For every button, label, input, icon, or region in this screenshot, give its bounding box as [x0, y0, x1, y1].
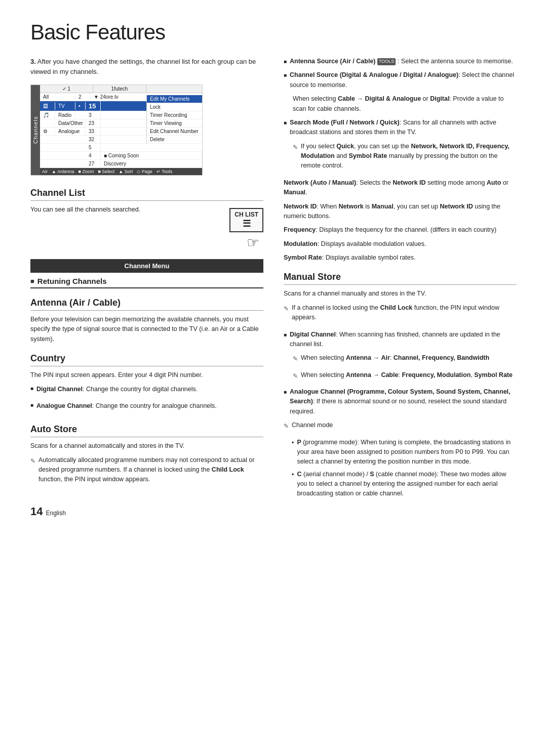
tv-cell: 🖼 [40, 102, 55, 110]
channel-list-text: You can see all the channels searched. [30, 205, 219, 215]
channel-source-bullet: Channel Source (Digital & Analogue / Dig… [284, 70, 517, 90]
tv-cell: 5 [86, 144, 101, 151]
channel-mode-label: Channel mode [292, 421, 333, 430]
pencil-icon-2: ✎ [293, 143, 298, 152]
country-bullet-2: Analogue Channel: Change the country for… [30, 401, 263, 415]
tv-screenshot: Channels ✓ 1 1futech All 2 ▼ 24ore.tv [30, 85, 203, 176]
tv-cell: Analogue [55, 128, 86, 135]
country-bullet-2-text: Analogue Channel: Change the country for… [36, 401, 217, 411]
tv-cell: 🎵 [40, 111, 55, 119]
channel-mode-sub-1-text: P (programme mode): When tuning is compl… [297, 438, 517, 467]
tv-footer-item: ■ Zoom [78, 169, 94, 174]
retuning-heading: Retuning Channels [30, 277, 263, 288]
antenna-text: Before your television can begin memoriz… [30, 315, 263, 344]
ch-list-box-container: CH LIST ☰ ☞ [229, 205, 263, 251]
digital-channel-bullet: Digital Channel: When scanning has finis… [284, 330, 517, 350]
child-lock-text: If a channel is locked using the Child L… [292, 303, 517, 323]
analogue-channel-bullet: Analogue Channel (Programme, Colour Syst… [284, 387, 517, 416]
symbol-rate-text: Symbol Rate: Displays available symbol r… [284, 253, 517, 263]
analogue-channel-text: Analogue Channel (Programme, Colour Syst… [290, 387, 517, 416]
tv-cell: TV [55, 102, 75, 110]
tv-header-name: 1futech [93, 85, 146, 93]
quick-note-pencil: ✎ If you select Quick, you can set up th… [293, 142, 517, 175]
antenna-cable-pencil: ✎ When selecting Antenna → Cable: Freque… [293, 370, 517, 384]
auto-store-pencil: ✎ Automatically allocated programme numb… [30, 455, 263, 489]
tv-menu-item: Delete [147, 136, 202, 144]
channel-mode-sub-2: C (aerial channel mode) / S (cable chann… [292, 470, 517, 499]
tv-footer-item: ▲ Sort [119, 169, 133, 174]
tv-cell: 23 [86, 119, 101, 127]
quick-note-text: If you select Quick, you can set up the … [301, 142, 517, 171]
tv-footer-item: ◇ Page [137, 169, 152, 174]
antenna-air-text: When selecting Antenna → Air: Channel, F… [301, 353, 489, 363]
tv-row-4: 4 ■ Coming Soon [40, 152, 202, 160]
channel-menu-bar: Channel Menu [30, 259, 263, 273]
tv-menu-item: Timer Viewing [147, 119, 202, 128]
tv-cell: 3 [86, 111, 101, 119]
country-bullet-1: Digital Channel: Change the country for … [30, 385, 263, 398]
tv-cell: Radio [55, 111, 75, 119]
tv-cell: Discovery [101, 160, 202, 167]
tv-cell: All [40, 93, 75, 101]
tv-row-27: 27 Discovery [40, 160, 202, 168]
tv-cell: ■ Coming Soon [101, 152, 202, 159]
tv-footer-item: ▲ Antenna [52, 169, 74, 174]
right-column: Antenna Source (Air / Cable) TOOLS : Sel… [284, 57, 517, 518]
left-column: 3. After you have changed the settings, … [30, 57, 263, 518]
tv-cell: 27 [86, 160, 101, 167]
country-heading: Country [30, 353, 263, 366]
country-bullet-1-text: Digital Channel: Change the country for … [36, 385, 198, 394]
tv-footer-item: Air [42, 169, 48, 174]
cable-note: When selecting Cable → Digital & Analogu… [293, 94, 517, 114]
tv-cell [40, 139, 86, 141]
channel-mode-sub-2-text: C (aerial channel mode) / S (cable chann… [297, 470, 517, 499]
channel-mode-sub-1: P (programme mode): When tuning is compl… [292, 438, 517, 467]
tv-cell: 32 [86, 136, 101, 143]
tv-cell: 4 [86, 152, 101, 159]
ch-list-box: CH LIST ☰ [229, 208, 263, 232]
ch-list-label: CH LIST [235, 211, 258, 218]
network-id-text: Network ID: When Network is Manual, you … [284, 202, 517, 222]
page-language: English [46, 510, 65, 517]
search-mode-bullet: Search Mode (Full / Network / Quick): Sc… [284, 118, 517, 138]
antenna-heading: Antenna (Air / Cable) [30, 298, 263, 311]
pencil-icon-5: ✎ [293, 371, 298, 381]
tv-sidebar-label: Channels [31, 85, 40, 175]
auto-store-heading: Auto Store [30, 424, 263, 437]
channel-source-text: Channel Source (Digital & Analogue / Dig… [290, 70, 517, 90]
tv-menu-item: Edit My Channels [147, 95, 202, 103]
tv-cell: Data/Other [55, 119, 86, 127]
tools-badge: TOOLS [377, 58, 396, 65]
country-text: The PIN input screen appears. Enter your… [30, 370, 263, 380]
tv-main: ✓ 1 1futech All 2 ▼ 24ore.tv Edit My Cha… [40, 85, 202, 175]
tv-cell: 2 [75, 93, 91, 101]
tv-cell: ⚙ [40, 128, 55, 135]
tv-footer: Air ▲ Antenna ■ Zoom ■ Select ▲ Sort ◇ P… [40, 168, 202, 175]
tv-header-row: ✓ 1 1futech [40, 85, 202, 93]
network-auto-text: Network (Auto / Manual): Selects the Net… [284, 178, 517, 198]
page-number-row: 14 English [30, 505, 263, 518]
antenna-source-bullet: Antenna Source (Air / Cable) TOOLS : Sel… [284, 57, 517, 66]
tv-menu-item: Lock [147, 103, 202, 111]
tv-cell [40, 163, 86, 165]
channel-list-section: Channel List You can see all the channel… [30, 188, 263, 251]
page-number: 14 [30, 505, 43, 518]
tv-cell: • [75, 102, 86, 110]
tv-header-check: ✓ 1 [40, 85, 93, 93]
tv-cell: 15 [86, 101, 101, 111]
pencil-icon-3: ✎ [284, 304, 289, 313]
tv-cell [40, 122, 55, 124]
country-digital-label: Digital Channel [36, 386, 83, 393]
step3-text: 3. After you have changed the settings, … [30, 57, 263, 76]
ch-list-hand-icon: ☞ [229, 234, 263, 251]
tv-menu-item: Edit Channel Number [147, 128, 202, 136]
child-lock-pencil: ✎ If a channel is locked using the Child… [284, 303, 517, 327]
page-title: Basic Features [30, 20, 517, 45]
tv-footer-item: ■ Select [98, 169, 114, 174]
tv-cell [75, 114, 86, 116]
tv-cell [40, 147, 86, 149]
tv-row-all: All 2 ▼ 24ore.tv Edit My Channels Lock T… [40, 93, 202, 101]
antenna-cable-text: When selecting Antenna → Cable: Frequenc… [301, 370, 513, 380]
search-mode-text: Search Mode (Full / Network / Quick): Sc… [290, 118, 517, 138]
tv-cell [40, 155, 86, 157]
